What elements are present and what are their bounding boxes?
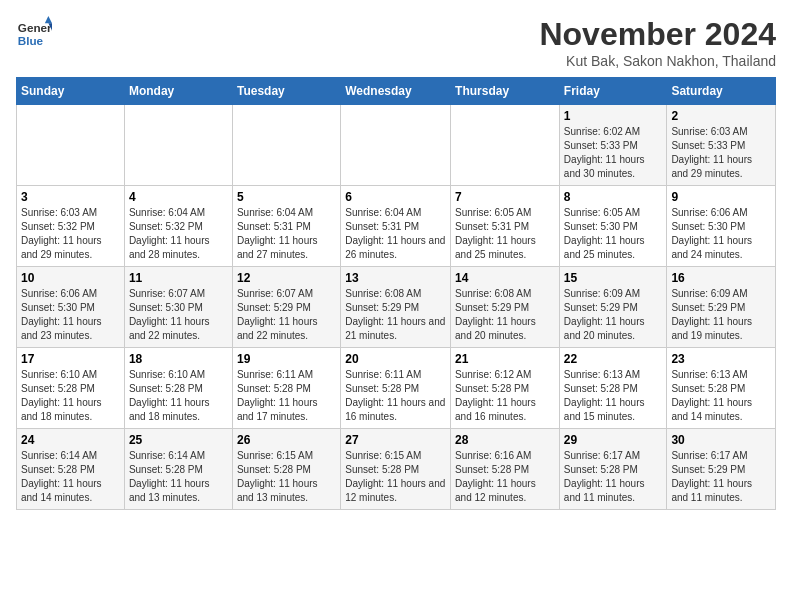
day-number: 3 [21,190,120,204]
day-number: 26 [237,433,336,447]
day-info: Sunrise: 6:06 AM Sunset: 5:30 PM Dayligh… [21,287,120,343]
day-number: 4 [129,190,228,204]
calendar-cell: 6Sunrise: 6:04 AM Sunset: 5:31 PM Daylig… [341,186,451,267]
day-number: 19 [237,352,336,366]
day-info: Sunrise: 6:06 AM Sunset: 5:30 PM Dayligh… [671,206,771,262]
calendar-week-row: 3Sunrise: 6:03 AM Sunset: 5:32 PM Daylig… [17,186,776,267]
day-info: Sunrise: 6:12 AM Sunset: 5:28 PM Dayligh… [455,368,555,424]
day-number: 27 [345,433,446,447]
calendar-cell: 28Sunrise: 6:16 AM Sunset: 5:28 PM Dayli… [451,429,560,510]
day-number: 30 [671,433,771,447]
col-header-tuesday: Tuesday [232,78,340,105]
day-number: 8 [564,190,663,204]
header: General Blue November 2024 Kut Bak, Sako… [16,16,776,69]
day-info: Sunrise: 6:15 AM Sunset: 5:28 PM Dayligh… [237,449,336,505]
col-header-wednesday: Wednesday [341,78,451,105]
day-info: Sunrise: 6:04 AM Sunset: 5:31 PM Dayligh… [237,206,336,262]
calendar-cell: 14Sunrise: 6:08 AM Sunset: 5:29 PM Dayli… [451,267,560,348]
day-number: 18 [129,352,228,366]
svg-marker-2 [45,16,52,23]
day-info: Sunrise: 6:11 AM Sunset: 5:28 PM Dayligh… [237,368,336,424]
calendar-cell: 22Sunrise: 6:13 AM Sunset: 5:28 PM Dayli… [559,348,667,429]
day-info: Sunrise: 6:13 AM Sunset: 5:28 PM Dayligh… [671,368,771,424]
day-number: 20 [345,352,446,366]
day-number: 7 [455,190,555,204]
day-info: Sunrise: 6:16 AM Sunset: 5:28 PM Dayligh… [455,449,555,505]
day-info: Sunrise: 6:11 AM Sunset: 5:28 PM Dayligh… [345,368,446,424]
calendar-cell [17,105,125,186]
svg-text:Blue: Blue [18,34,44,47]
day-number: 29 [564,433,663,447]
calendar-cell: 16Sunrise: 6:09 AM Sunset: 5:29 PM Dayli… [667,267,776,348]
calendar-cell: 29Sunrise: 6:17 AM Sunset: 5:28 PM Dayli… [559,429,667,510]
day-number: 13 [345,271,446,285]
calendar-cell: 23Sunrise: 6:13 AM Sunset: 5:28 PM Dayli… [667,348,776,429]
calendar-week-row: 24Sunrise: 6:14 AM Sunset: 5:28 PM Dayli… [17,429,776,510]
calendar-week-row: 17Sunrise: 6:10 AM Sunset: 5:28 PM Dayli… [17,348,776,429]
day-info: Sunrise: 6:04 AM Sunset: 5:32 PM Dayligh… [129,206,228,262]
col-header-thursday: Thursday [451,78,560,105]
day-number: 14 [455,271,555,285]
day-number: 25 [129,433,228,447]
calendar-cell: 27Sunrise: 6:15 AM Sunset: 5:28 PM Dayli… [341,429,451,510]
calendar-cell [124,105,232,186]
day-number: 24 [21,433,120,447]
day-info: Sunrise: 6:13 AM Sunset: 5:28 PM Dayligh… [564,368,663,424]
day-info: Sunrise: 6:09 AM Sunset: 5:29 PM Dayligh… [671,287,771,343]
calendar-cell: 15Sunrise: 6:09 AM Sunset: 5:29 PM Dayli… [559,267,667,348]
day-info: Sunrise: 6:02 AM Sunset: 5:33 PM Dayligh… [564,125,663,181]
logo: General Blue [16,16,52,52]
calendar-cell: 1Sunrise: 6:02 AM Sunset: 5:33 PM Daylig… [559,105,667,186]
calendar-cell [232,105,340,186]
calendar-cell: 11Sunrise: 6:07 AM Sunset: 5:30 PM Dayli… [124,267,232,348]
day-number: 11 [129,271,228,285]
calendar-week-row: 10Sunrise: 6:06 AM Sunset: 5:30 PM Dayli… [17,267,776,348]
col-header-friday: Friday [559,78,667,105]
calendar-cell: 19Sunrise: 6:11 AM Sunset: 5:28 PM Dayli… [232,348,340,429]
day-info: Sunrise: 6:17 AM Sunset: 5:29 PM Dayligh… [671,449,771,505]
calendar-week-row: 1Sunrise: 6:02 AM Sunset: 5:33 PM Daylig… [17,105,776,186]
calendar-header-row: SundayMondayTuesdayWednesdayThursdayFrid… [17,78,776,105]
calendar-cell: 30Sunrise: 6:17 AM Sunset: 5:29 PM Dayli… [667,429,776,510]
calendar-cell: 10Sunrise: 6:06 AM Sunset: 5:30 PM Dayli… [17,267,125,348]
day-info: Sunrise: 6:10 AM Sunset: 5:28 PM Dayligh… [21,368,120,424]
calendar-cell: 12Sunrise: 6:07 AM Sunset: 5:29 PM Dayli… [232,267,340,348]
day-info: Sunrise: 6:10 AM Sunset: 5:28 PM Dayligh… [129,368,228,424]
calendar-cell: 26Sunrise: 6:15 AM Sunset: 5:28 PM Dayli… [232,429,340,510]
col-header-saturday: Saturday [667,78,776,105]
title-area: November 2024 Kut Bak, Sakon Nakhon, Tha… [539,16,776,69]
day-number: 23 [671,352,771,366]
day-info: Sunrise: 6:17 AM Sunset: 5:28 PM Dayligh… [564,449,663,505]
day-info: Sunrise: 6:07 AM Sunset: 5:30 PM Dayligh… [129,287,228,343]
calendar-table: SundayMondayTuesdayWednesdayThursdayFrid… [16,77,776,510]
day-number: 5 [237,190,336,204]
day-number: 10 [21,271,120,285]
day-info: Sunrise: 6:05 AM Sunset: 5:31 PM Dayligh… [455,206,555,262]
calendar-cell: 7Sunrise: 6:05 AM Sunset: 5:31 PM Daylig… [451,186,560,267]
day-info: Sunrise: 6:08 AM Sunset: 5:29 PM Dayligh… [345,287,446,343]
col-header-monday: Monday [124,78,232,105]
calendar-cell: 21Sunrise: 6:12 AM Sunset: 5:28 PM Dayli… [451,348,560,429]
col-header-sunday: Sunday [17,78,125,105]
day-info: Sunrise: 6:09 AM Sunset: 5:29 PM Dayligh… [564,287,663,343]
calendar-cell: 25Sunrise: 6:14 AM Sunset: 5:28 PM Dayli… [124,429,232,510]
calendar-cell: 8Sunrise: 6:05 AM Sunset: 5:30 PM Daylig… [559,186,667,267]
day-info: Sunrise: 6:08 AM Sunset: 5:29 PM Dayligh… [455,287,555,343]
day-number: 9 [671,190,771,204]
day-info: Sunrise: 6:07 AM Sunset: 5:29 PM Dayligh… [237,287,336,343]
day-number: 1 [564,109,663,123]
logo-icon: General Blue [16,16,52,52]
calendar-cell: 24Sunrise: 6:14 AM Sunset: 5:28 PM Dayli… [17,429,125,510]
day-number: 21 [455,352,555,366]
calendar-cell: 9Sunrise: 6:06 AM Sunset: 5:30 PM Daylig… [667,186,776,267]
calendar-subtitle: Kut Bak, Sakon Nakhon, Thailand [539,53,776,69]
day-number: 22 [564,352,663,366]
day-number: 12 [237,271,336,285]
calendar-cell: 18Sunrise: 6:10 AM Sunset: 5:28 PM Dayli… [124,348,232,429]
day-info: Sunrise: 6:15 AM Sunset: 5:28 PM Dayligh… [345,449,446,505]
day-number: 16 [671,271,771,285]
calendar-cell: 20Sunrise: 6:11 AM Sunset: 5:28 PM Dayli… [341,348,451,429]
calendar-cell: 2Sunrise: 6:03 AM Sunset: 5:33 PM Daylig… [667,105,776,186]
calendar-cell: 17Sunrise: 6:10 AM Sunset: 5:28 PM Dayli… [17,348,125,429]
day-info: Sunrise: 6:03 AM Sunset: 5:33 PM Dayligh… [671,125,771,181]
